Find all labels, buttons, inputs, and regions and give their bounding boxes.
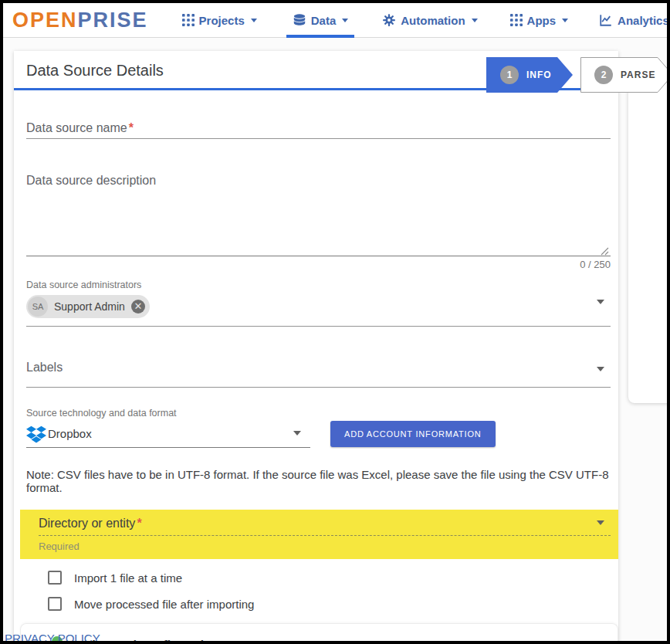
step-content: 2 PARSE <box>580 66 655 84</box>
background-panel <box>628 73 670 403</box>
nav-item-analytics[interactable]: Analytics <box>599 3 669 38</box>
move-processed-file-row[interactable]: Move processed file after importing <box>48 597 611 611</box>
import-one-file-checkbox[interactable] <box>48 571 62 585</box>
add-account-information-button[interactable]: ADD ACCOUNT INFORMATION <box>330 421 496 447</box>
nav-item-apps[interactable]: Apps <box>510 3 569 38</box>
chevron-down-icon <box>576 638 587 644</box>
source-technology-field: Source technology and data format Dropbo… <box>26 408 611 448</box>
labels-field[interactable]: Labels <box>26 361 611 388</box>
privacy-policy-link[interactable]: PRIVACY POLICY <box>5 632 100 644</box>
card-header: Data Source Details 1 INFO 2 PARSE <box>14 51 618 90</box>
data-source-name-input[interactable] <box>26 138 611 139</box>
chevron-down-icon <box>562 19 568 22</box>
avatar: SA <box>28 297 48 317</box>
data-source-details-card: Data Source Details 1 INFO 2 PARSE <box>14 51 618 644</box>
field-label: Data source name* <box>26 121 611 135</box>
nav-label: Apps <box>527 14 557 27</box>
required-helper-text: Required <box>39 541 611 552</box>
nav-item-projects[interactable]: Projects <box>182 3 257 38</box>
required-asterisk: * <box>129 121 134 134</box>
nav-item-automation[interactable]: Automation <box>382 3 477 38</box>
nav-label: Analytics <box>618 14 669 27</box>
screenshot-frame: OPENPRISE Projects Data Automation <box>0 0 670 644</box>
source-technology-select[interactable]: Dropbox <box>26 420 310 448</box>
csv-format-note: Note: CSV files have to be in UTF-8 form… <box>26 468 611 494</box>
directory-or-entity-field[interactable]: Directory or entity* Required <box>20 510 618 559</box>
chevron-down-icon <box>597 520 604 525</box>
grid-icon <box>510 14 523 26</box>
top-nav: OPENPRISE Projects Data Automation <box>3 3 667 38</box>
description-underline <box>26 256 611 256</box>
char-counter: 0 / 250 <box>26 259 611 270</box>
chevron-down-icon <box>293 431 301 436</box>
data-source-description-field[interactable]: Data source description 0 / 250 <box>26 174 611 270</box>
labels-underline <box>26 387 611 388</box>
openprise-logo[interactable]: OPENPRISE <box>12 8 148 32</box>
move-processed-file-checkbox[interactable] <box>48 597 62 611</box>
chevron-down-icon <box>251 19 257 22</box>
resize-handle-icon[interactable] <box>601 245 609 253</box>
selected-source: Dropbox <box>48 427 92 440</box>
data-source-name-field[interactable]: Data source name* <box>26 121 611 139</box>
field-label: Labels <box>26 361 611 375</box>
step-number-badge: 2 <box>594 66 613 84</box>
admin-chip-row: SA Support Admin ✕ <box>26 295 611 318</box>
admin-chip: SA Support Admin ✕ <box>26 295 150 318</box>
gear-icon <box>382 13 396 27</box>
description-textarea[interactable] <box>26 188 611 256</box>
field-label: Data source administrators <box>26 280 611 290</box>
checkbox-label[interactable]: Import 1 file at a time <box>74 571 182 585</box>
nav-label: Projects <box>199 14 245 27</box>
field-label: Directory or entity* <box>39 517 611 530</box>
advanced-configurations-label: Advanced Configurations <box>80 638 577 644</box>
grid-icon <box>182 14 195 26</box>
checkbox-label[interactable]: Move processed file after importing <box>74 598 254 611</box>
remove-chip-icon[interactable]: ✕ <box>131 300 145 314</box>
chevron-down-icon[interactable] <box>597 300 604 304</box>
nav-label: Automation <box>401 14 465 27</box>
chip-name: Support Admin <box>54 300 125 313</box>
field-label: Data source description <box>26 174 611 188</box>
data-source-form: Data source name* Data source descriptio… <box>14 121 618 644</box>
nav-label: Data <box>311 14 337 27</box>
dropbox-icon <box>26 424 46 444</box>
chevron-down-icon[interactable] <box>597 367 604 371</box>
wizard-step-parse[interactable]: 2 PARSE <box>580 57 670 93</box>
directory-underline <box>39 535 611 536</box>
step-content: 1 INFO <box>486 66 552 84</box>
step-label: PARSE <box>621 69 655 80</box>
administrators-underline <box>26 326 611 327</box>
chart-icon <box>599 13 613 27</box>
nav-item-data[interactable]: Data <box>293 3 349 38</box>
wizard-step-info[interactable]: 1 INFO <box>486 57 573 93</box>
step-number-badge: 1 <box>500 66 519 84</box>
step-label: INFO <box>526 69 552 80</box>
field-label: Source technology and data format <box>26 408 611 419</box>
page-title: Data Source Details <box>26 62 164 80</box>
database-icon <box>293 13 306 27</box>
import-one-file-row[interactable]: Import 1 file at a time <box>48 571 611 585</box>
required-asterisk: * <box>137 517 141 530</box>
chevron-down-icon <box>472 19 478 22</box>
source-row: Dropbox ADD ACCOUNT INFORMATION <box>26 420 611 448</box>
chevron-down-icon <box>342 19 348 22</box>
logo-part-prise: PRISE <box>78 8 148 32</box>
advanced-configurations-header[interactable]: Advanced Configurations <box>20 623 618 644</box>
logo-part-open: OPEN <box>12 8 78 32</box>
administrators-field[interactable]: Data source administrators SA Support Ad… <box>26 280 611 327</box>
